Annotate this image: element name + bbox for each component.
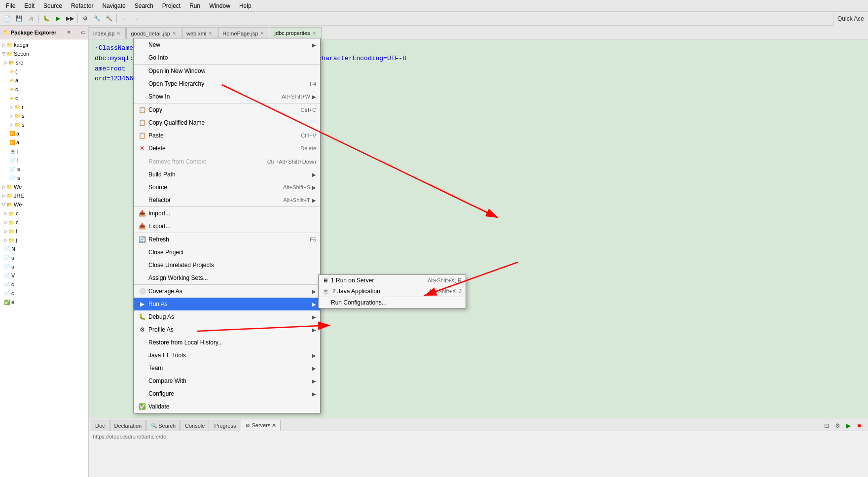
ctx-open-type-hierarchy[interactable]: Open Type Hierarchy F4 bbox=[134, 77, 320, 90]
tool1-button[interactable]: ⚙ bbox=[80, 13, 91, 24]
menu-search[interactable]: Search bbox=[131, 1, 157, 10]
bottom-stop-btn[interactable]: ■ bbox=[854, 421, 864, 431]
ctx-copy[interactable]: 📋 Copy Ctrl+C bbox=[134, 103, 320, 116]
tree-item-c2[interactable]: ⊕ c bbox=[0, 85, 88, 94]
tree-item-jre[interactable]: ▷ 📁 JRE bbox=[0, 191, 88, 200]
ctx-coverage-as[interactable]: ⚪ Coverage As ▶ bbox=[134, 284, 320, 298]
tab-close-index[interactable]: ✕ bbox=[116, 31, 120, 36]
menu-project[interactable]: Project bbox=[158, 1, 184, 10]
print-button[interactable]: 🖨 bbox=[26, 13, 36, 24]
submenu-java-app[interactable]: ☕ 2 Java Application Alt+Shift+X, J bbox=[319, 286, 466, 297]
tab-jdbc[interactable]: jdbc.properties ✕ bbox=[270, 27, 321, 39]
tree-item-i1[interactable]: ▷ 📁 i bbox=[0, 227, 88, 236]
tree-item-c1[interactable]: ⊕ ( bbox=[0, 67, 88, 76]
back-button[interactable]: ← bbox=[119, 13, 130, 24]
ctx-new[interactable]: New ▶ bbox=[134, 38, 320, 51]
ctx-java-ee-tools[interactable]: Java EE Tools ▶ bbox=[134, 349, 320, 362]
tab-goods-detail[interactable]: goods_detail.jsp ✕ bbox=[126, 27, 181, 39]
tab-index-jsp[interactable]: index.jsp ✕ bbox=[89, 27, 126, 39]
bottom-tab-declaration[interactable]: Declaration bbox=[110, 420, 146, 431]
tab-close-homepage[interactable]: ✕ bbox=[260, 31, 264, 36]
ctx-close-project[interactable]: Close Project bbox=[134, 246, 320, 259]
menu-source[interactable]: Source bbox=[39, 1, 66, 10]
tree-item-we2[interactable]: ▽ 📂 We bbox=[0, 200, 88, 209]
new-button[interactable]: 📄 bbox=[2, 13, 13, 24]
run-button[interactable]: ▶ bbox=[53, 13, 64, 24]
menu-edit[interactable]: Edit bbox=[20, 1, 38, 10]
tree-item-s1[interactable]: ▷ 📁 s bbox=[0, 111, 88, 120]
tab-web-xml[interactable]: web.xml ✕ bbox=[182, 27, 217, 39]
ctx-import[interactable]: 📥 Import... bbox=[134, 206, 320, 220]
tab-close-jdbc[interactable]: ✕ bbox=[312, 31, 316, 36]
tree-item-src[interactable]: ▷ 📂 src bbox=[0, 58, 88, 67]
tree-item-s4[interactable]: 📄 s bbox=[0, 173, 88, 182]
ctx-debug-as[interactable]: 🐛 Debug As ▶ bbox=[134, 310, 320, 323]
tree-item-e1[interactable]: ✅ e bbox=[0, 298, 88, 307]
tab-close-goods[interactable]: ✕ bbox=[172, 31, 176, 36]
bottom-settings-btn[interactable]: ⚙ bbox=[832, 421, 842, 431]
ctx-build-path[interactable]: Build Path ▶ bbox=[134, 168, 320, 181]
forward-button[interactable]: → bbox=[131, 13, 142, 24]
tree-item-u2[interactable]: 📄 u bbox=[0, 262, 88, 271]
bottom-tab-servers-close[interactable]: ✕ bbox=[272, 422, 276, 429]
ctx-assign-working-sets[interactable]: Assign Working Sets... bbox=[134, 272, 320, 284]
ctx-refactor[interactable]: Refactor Alt+Shift+T ▶ bbox=[134, 194, 320, 206]
tree-item-a2[interactable]: 🅰 a bbox=[0, 129, 88, 138]
ctx-copy-qualified[interactable]: 📋 Copy Qualified Name bbox=[134, 116, 320, 129]
ctx-delete[interactable]: ✕ Delete Delete bbox=[134, 142, 320, 155]
tree-item-a3[interactable]: 🅰 a bbox=[0, 138, 88, 147]
submenu-run-configs[interactable]: Run Configurations... bbox=[319, 297, 466, 308]
menu-file[interactable]: File bbox=[2, 1, 19, 10]
bottom-tab-servers[interactable]: 🖥 Servers ✕ bbox=[241, 420, 281, 431]
tree-item-c3[interactable]: ⊕ c bbox=[0, 94, 88, 102]
submenu-run-on-server[interactable]: 🖥 1 Run on Server Alt+Shift+X, R bbox=[319, 275, 466, 286]
menu-navigate[interactable]: Navigate bbox=[98, 1, 129, 10]
ctx-open-new-window[interactable]: Open in New Window bbox=[134, 64, 320, 77]
tree-item-c4[interactable]: ▷ 📁 c bbox=[0, 209, 88, 218]
tab-close-web[interactable]: ✕ bbox=[208, 31, 212, 36]
ctx-export[interactable]: 📤 Export... bbox=[134, 220, 320, 233]
menu-window[interactable]: Window bbox=[205, 1, 234, 10]
run-ext-button[interactable]: ▶▶ bbox=[65, 13, 75, 24]
ctx-validate[interactable]: ✅ Validate bbox=[134, 400, 320, 413]
tree-item-n1[interactable]: 📄 N bbox=[0, 244, 88, 253]
tree-item-r[interactable]: ▷ 📁 r bbox=[0, 102, 88, 111]
ctx-go-into[interactable]: Go Into bbox=[134, 51, 320, 64]
ctx-run-as[interactable]: ▶ Run As ▶ bbox=[134, 298, 320, 310]
bottom-tab-console[interactable]: Console bbox=[181, 420, 209, 431]
tab-homepage[interactable]: HomePage.jsp ✕ bbox=[218, 27, 269, 39]
bottom-tab-progress[interactable]: Progress bbox=[210, 420, 240, 431]
tree-item-a1[interactable]: ⊕ a bbox=[0, 76, 88, 85]
tree-item-c7[interactable]: 📄 c bbox=[0, 289, 88, 298]
menu-run[interactable]: Run bbox=[185, 1, 204, 10]
tree-item-second[interactable]: ▽ 📁 Secon bbox=[0, 49, 88, 58]
tree-item-u1[interactable]: 📄 u bbox=[0, 253, 88, 262]
tree-item-l1[interactable]: 📄 l bbox=[0, 156, 88, 165]
tree-item-s2[interactable]: ▷ 📁 s bbox=[0, 120, 88, 129]
tree-item-j1[interactable]: ☕ j bbox=[0, 147, 88, 156]
bottom-tab-search[interactable]: 🔍 Search bbox=[146, 420, 180, 431]
tree-item-kaogir[interactable]: ▷ 📁 kaogir bbox=[0, 40, 88, 49]
tree-item-c5[interactable]: ▷ 📁 c bbox=[0, 218, 88, 227]
tool2-button[interactable]: 🔧 bbox=[92, 13, 103, 24]
tree-item-j2[interactable]: ▷ 📁 j bbox=[0, 236, 88, 244]
debug-button[interactable]: 🐛 bbox=[41, 13, 52, 24]
bottom-tab-doc[interactable]: Doc bbox=[91, 420, 109, 431]
bottom-minimize-btn[interactable]: ⊟ bbox=[822, 421, 832, 431]
ctx-show-in[interactable]: Show In Alt+Shift+W ▶ bbox=[134, 90, 320, 103]
panel-close-btn[interactable]: ✕ bbox=[67, 30, 71, 35]
ctx-configure[interactable]: Configure ▶ bbox=[134, 387, 320, 400]
ctx-close-unrelated[interactable]: Close Unrelated Projects bbox=[134, 259, 320, 272]
tree-item-s3[interactable]: 📄 s bbox=[0, 165, 88, 173]
tree-item-c6[interactable]: 📄 c bbox=[0, 280, 88, 289]
tool3-button[interactable]: 🔨 bbox=[104, 13, 114, 24]
ctx-profile-as[interactable]: ⚙ Profile As ▶ bbox=[134, 323, 320, 336]
save-button[interactable]: 💾 bbox=[14, 13, 25, 24]
ctx-restore-local[interactable]: Restore from Local History... bbox=[134, 336, 320, 349]
ctx-source[interactable]: Source Alt+Shift+S ▶ bbox=[134, 181, 320, 194]
menu-refactor[interactable]: Refactor bbox=[67, 1, 97, 10]
bottom-run-btn[interactable]: ▶ bbox=[843, 421, 853, 431]
ctx-paste[interactable]: 📋 Paste Ctrl+V bbox=[134, 129, 320, 142]
panel-min-btn[interactable]: ▭ bbox=[81, 30, 85, 35]
tree-item-v1[interactable]: 📄 V bbox=[0, 271, 88, 280]
